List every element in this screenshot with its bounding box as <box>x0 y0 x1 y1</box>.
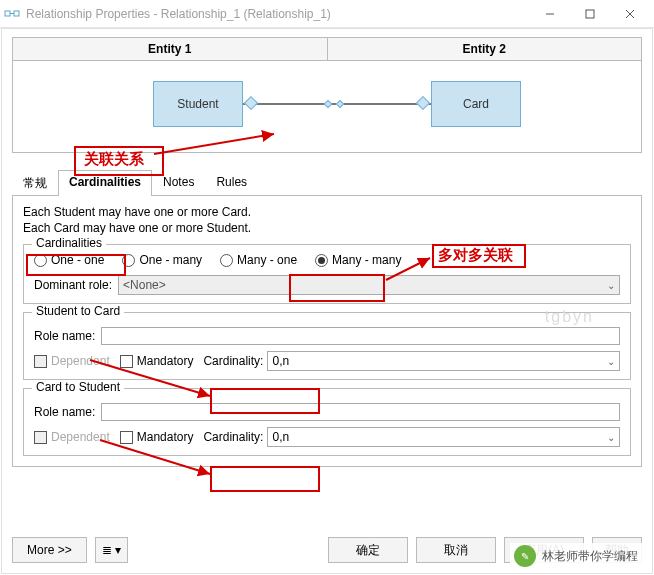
s2c-card-label: Cardinality: <box>203 354 263 368</box>
tool-button[interactable]: ≣ ▾ <box>95 537 128 563</box>
description: Each Student may have one or more Card. … <box>23 204 631 236</box>
cancel-label: 取消 <box>444 542 468 559</box>
card-to-student-group: Card to Student Role name: Dependent Man… <box>23 388 631 456</box>
desc-line2: Each Card may have one or more Student. <box>23 220 631 236</box>
dominant-role-value: <None> <box>123 278 166 292</box>
svg-rect-0 <box>5 11 10 16</box>
s2c-dependent-label: Dependent <box>51 354 110 368</box>
tab-strip: 常规 Cardinalities Notes Rules <box>12 169 642 196</box>
radio-many-many-label: Many - many <box>332 253 401 267</box>
maximize-button[interactable] <box>570 1 610 27</box>
dominant-role-label: Dominant role: <box>34 278 112 292</box>
tab-general[interactable]: 常规 <box>12 170 58 196</box>
checkbox-icon <box>120 355 133 368</box>
radio-one-many-label: One - many <box>139 253 202 267</box>
entities-header: Entity 1 Entity 2 <box>12 37 642 61</box>
radio-one-many[interactable]: One - many <box>122 253 202 267</box>
diamond-right-icon <box>416 96 430 110</box>
watermark-text: 林老师带你学编程 <box>542 548 638 565</box>
entity1-header: Entity 1 <box>13 38 328 60</box>
more-label: More >> <box>27 543 72 557</box>
close-button[interactable] <box>610 1 650 27</box>
cardinalities-group-title: Cardinalities <box>32 236 106 250</box>
chevron-down-icon: ⌄ <box>607 432 615 443</box>
radio-icon <box>315 254 328 267</box>
c2s-card-select[interactable]: 0,n ⌄ <box>267 427 620 447</box>
radio-many-many[interactable]: Many - many <box>315 253 401 267</box>
radio-icon <box>220 254 233 267</box>
c2s-role-input[interactable] <box>101 403 620 421</box>
s2c-mandatory-checkbox[interactable]: Mandatory <box>120 354 194 368</box>
radio-icon <box>122 254 135 267</box>
app-icon <box>4 6 20 22</box>
svg-rect-1 <box>14 11 19 16</box>
c2s-title: Card to Student <box>32 380 124 394</box>
radio-icon <box>34 254 47 267</box>
s2c-card-select[interactable]: 0,n ⌄ <box>267 351 620 371</box>
chevron-down-icon: ⌄ <box>607 280 615 291</box>
tab-notes[interactable]: Notes <box>152 170 205 196</box>
tab-rules[interactable]: Rules <box>205 170 258 196</box>
c2s-mandatory-label: Mandatory <box>137 430 194 444</box>
diamond-left-icon <box>244 96 258 110</box>
chevron-down-icon: ⌄ <box>607 356 615 367</box>
s2c-role-label: Role name: <box>34 329 95 343</box>
c2s-dependent-label: Dependent <box>51 430 110 444</box>
desc-line1: Each Student may have one or more Card. <box>23 204 631 220</box>
diamond-mid-right-icon <box>336 100 344 108</box>
ok-button[interactable]: 确定 <box>328 537 408 563</box>
checkbox-icon <box>120 431 133 444</box>
s2c-title: Student to Card <box>32 304 124 318</box>
s2c-role-input[interactable] <box>101 327 620 345</box>
radio-many-one[interactable]: Many - one <box>220 253 297 267</box>
relationship-diagram: Student Card <box>12 61 642 153</box>
c2s-role-label: Role name: <box>34 405 95 419</box>
entity-student-label: Student <box>177 97 218 111</box>
tool-icon: ≣ ▾ <box>102 543 121 557</box>
checkbox-icon <box>34 355 47 368</box>
entity-card-label: Card <box>463 97 489 111</box>
window-title: Relationship Properties - Relationship_1… <box>26 7 530 21</box>
entity-card[interactable]: Card <box>431 81 521 127</box>
more-button[interactable]: More >> <box>12 537 87 563</box>
watermark-bubble: ✎ 林老师带你学编程 <box>510 543 642 569</box>
tab-cardinalities[interactable]: Cardinalities <box>58 170 152 196</box>
s2c-card-value: 0,n <box>272 354 289 368</box>
cardinalities-group: Cardinalities One - one One - many Many … <box>23 244 631 304</box>
dominant-role-select[interactable]: <None> ⌄ <box>118 275 620 295</box>
tab-content: Each Student may have one or more Card. … <box>12 196 642 467</box>
cardinality-options: One - one One - many Many - one Many - m… <box>34 253 620 267</box>
radio-one-one-label: One - one <box>51 253 104 267</box>
s2c-mandatory-label: Mandatory <box>137 354 194 368</box>
ok-label: 确定 <box>356 542 380 559</box>
c2s-dependent-checkbox: Dependent <box>34 430 110 444</box>
checkbox-icon <box>34 431 47 444</box>
radio-many-one-label: Many - one <box>237 253 297 267</box>
c2s-card-value: 0,n <box>272 430 289 444</box>
svg-rect-4 <box>586 10 594 18</box>
wechat-icon: ✎ <box>514 545 536 567</box>
c2s-card-label: Cardinality: <box>203 430 263 444</box>
entity-student[interactable]: Student <box>153 81 243 127</box>
diamond-mid-left-icon <box>324 100 332 108</box>
radio-one-one[interactable]: One - one <box>34 253 104 267</box>
cancel-button[interactable]: 取消 <box>416 537 496 563</box>
entity2-header: Entity 2 <box>328 38 642 60</box>
s2c-dependent-checkbox: Dependent <box>34 354 110 368</box>
minimize-button[interactable] <box>530 1 570 27</box>
c2s-mandatory-checkbox[interactable]: Mandatory <box>120 430 194 444</box>
student-to-card-group: Student to Card Role name: Dependent Man… <box>23 312 631 380</box>
